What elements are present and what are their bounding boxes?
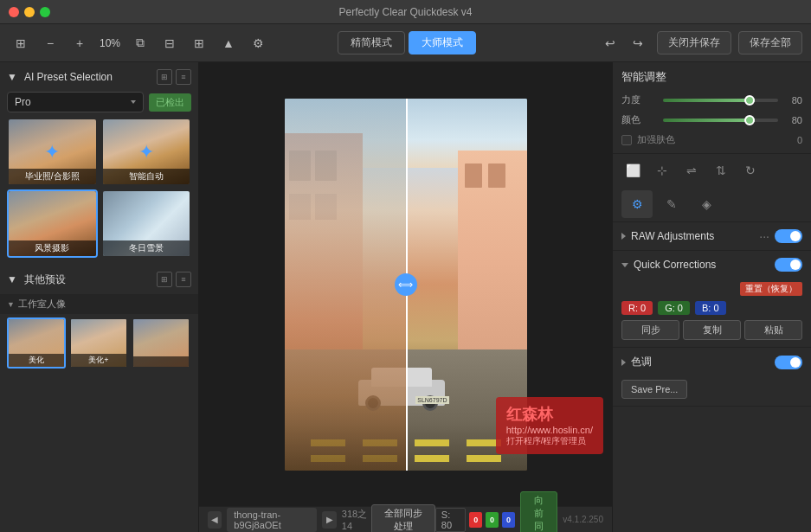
close-save-btn[interactable]: 关闭并保存 (657, 31, 731, 54)
dropdown-chevron (131, 100, 136, 104)
app-title: Perfectly Clear Quickdesk v4 (338, 6, 472, 18)
transform-icon[interactable]: ⊹ (651, 159, 673, 182)
rotate-icon[interactable]: ↻ (739, 159, 762, 182)
color-label: 颜色 (621, 113, 656, 126)
preset-item-auto[interactable]: ✦ 智能自动 (101, 118, 192, 186)
process-all-btn[interactable]: 全部同步处理 (371, 504, 435, 533)
canvas-area: SLN6797D ⟺ 红森林 http://www.hoslin.cn/ 打开程… (199, 62, 612, 506)
other-grid-btn[interactable]: ⊞ (157, 272, 172, 287)
grid-icon-2[interactable]: ⊟ (158, 31, 182, 55)
enhance-label: 加强肤色 (637, 133, 792, 146)
qc-reset-label: 重置（恢复） (740, 282, 802, 296)
preset-dropdown[interactable]: Pro (7, 92, 144, 112)
nav-next-btn[interactable]: ▶ (322, 511, 336, 529)
qc-paste-btn[interactable]: 粘贴 (744, 320, 802, 340)
qc-sync-btn[interactable]: 同步 (621, 320, 679, 340)
maximize-dot[interactable] (40, 7, 50, 17)
close-dot[interactable] (9, 7, 19, 17)
nav-prev-btn[interactable]: ◀ (208, 511, 222, 529)
qc-header[interactable]: Quick Corrections (613, 251, 811, 279)
save-preset-btn[interactable]: Save Pre... (621, 380, 687, 399)
preset-select-row: Pro 已检出 (7, 92, 191, 112)
split-handle[interactable]: ⟺ (395, 273, 417, 296)
flip-icon[interactable]: ⇅ (710, 159, 732, 182)
smart-adj-section: 智能调整 力度 80 颜色 80 加强肤色 (613, 62, 811, 154)
enhance-checkbox[interactable] (621, 135, 632, 145)
smart-adj-title: 智能调整 (621, 69, 802, 85)
qc-expand-icon (621, 263, 628, 267)
sub-preset-grid: 美化 美化+ (0, 314, 198, 372)
other-section-icons: ⊞ ≡ (157, 272, 191, 287)
zoom-level: 10% (97, 37, 123, 49)
settings-icon[interactable]: ⚙ (246, 31, 270, 55)
bottom-center: 全部同步处理 (371, 504, 435, 533)
minimize-dot[interactable] (24, 7, 35, 17)
strength-label: 力度 (621, 93, 656, 106)
strength-slider[interactable] (663, 99, 778, 102)
crop-icon[interactable]: ⬜ (621, 159, 644, 182)
raw-options-icon[interactable]: ··· (759, 229, 769, 243)
qc-b-badge[interactable]: B: 0 (695, 301, 726, 315)
tone-header[interactable]: 色调 (613, 348, 811, 376)
zoom-in-btn[interactable]: + (68, 31, 92, 55)
other-list-btn[interactable]: ≡ (176, 272, 191, 287)
qc-copy-btn[interactable]: 复制 (683, 320, 741, 340)
split-overlay (285, 99, 406, 471)
collapse-icon[interactable]: ▼ (7, 71, 17, 83)
color-slider[interactable] (663, 119, 778, 122)
save-all-btn[interactable]: 保存全部 (738, 31, 802, 54)
quick-corrections-section: Quick Corrections 重置（恢复） R: 0 G: 0 B: 0 … (613, 251, 811, 348)
preset-label-2: 智能自动 (103, 169, 190, 184)
detected-btn[interactable]: 已检出 (149, 93, 191, 112)
master-mode-btn[interactable]: 大师模式 (409, 31, 476, 54)
tab-adjustments[interactable]: ⚙ (621, 190, 653, 218)
section-icons: ⊞ ≡ (157, 69, 191, 85)
other-collapse-icon[interactable]: ▼ (7, 273, 17, 285)
tab-filter[interactable]: ◈ (691, 190, 722, 218)
simple-mode-btn[interactable]: 精简模式 (338, 31, 405, 54)
undo-btn[interactable]: ↩ (598, 31, 622, 55)
preset-item-landscape[interactable]: 风景摄影 (7, 189, 98, 258)
qc-label-row: 重置（恢复） (621, 282, 802, 296)
sub-label-2: 美化+ (71, 354, 126, 367)
qc-r-badge[interactable]: R: 0 (621, 301, 653, 315)
sub-preset-beautify-plus[interactable]: 美化+ (69, 317, 128, 369)
triangle-icon[interactable]: ▲ (216, 31, 241, 55)
version-info: v4.1.2.250 (563, 515, 603, 524)
filename-tag: thong-tran-b9Gj8aOEt (227, 508, 317, 532)
tone-toggle[interactable] (775, 356, 802, 369)
mirror-icon[interactable]: ⇌ (680, 159, 703, 182)
preset-grid: ✦ 毕业照/合影照 ✦ 智能自动 (0, 118, 198, 265)
color-row: 颜色 80 (621, 113, 802, 126)
s-indicator: S: 80 (435, 508, 466, 532)
redo-btn[interactable]: ↪ (626, 31, 650, 55)
watermark-subtitle: 打开程序/程序管理员 (506, 435, 593, 447)
preset-item-winter[interactable]: 冬日雪景 (101, 189, 192, 258)
preset-item-graduation[interactable]: ✦ 毕业照/合影照 (7, 118, 98, 186)
grid-icon-3[interactable]: ⊞ (187, 31, 211, 55)
list-view-btn[interactable]: ≡ (176, 69, 191, 85)
expand-icon[interactable]: ⊞ (9, 31, 33, 55)
qc-g-badge[interactable]: G: 0 (658, 301, 690, 315)
ai-preset-section: ▼ AI Preset Selection ⊞ ≡ Pro 已检出 (0, 62, 198, 265)
tab-brush[interactable]: ✎ (656, 190, 687, 218)
toolbar-left: ⊞ − + 10% ⧉ ⊟ ⊞ ▲ ⚙ (9, 31, 270, 55)
tone-title: 色调 (631, 355, 775, 369)
raw-toggle-knob (790, 231, 801, 241)
qc-toggle[interactable] (775, 258, 802, 272)
enhance-skin-row: 加强肤色 0 (621, 133, 802, 146)
qc-actions-row: 同步 复制 粘贴 (621, 320, 802, 340)
grid-view-btn[interactable]: ⊞ (157, 69, 172, 85)
b-indicator: 0 (502, 512, 515, 528)
raw-toggle[interactable] (775, 229, 802, 243)
page-info: 318之14 (342, 508, 371, 531)
raw-adj-header[interactable]: RAW Adjustments ··· (613, 222, 811, 250)
icon-toolbar: ⬜ ⊹ ⇌ ⇅ ↻ (613, 154, 811, 187)
other-preset-header: ▼ 其他预设 ⊞ ≡ (0, 265, 198, 294)
grid-icon-1[interactable]: ⧉ (128, 31, 152, 55)
sub-preset-beautify[interactable]: 美化 (7, 317, 66, 369)
sub-preset-3[interactable] (132, 317, 190, 369)
raw-expand-icon (621, 233, 626, 240)
color-indicators: S: 80 0 0 0 (435, 508, 515, 532)
zoom-out-btn[interactable]: − (38, 31, 62, 55)
